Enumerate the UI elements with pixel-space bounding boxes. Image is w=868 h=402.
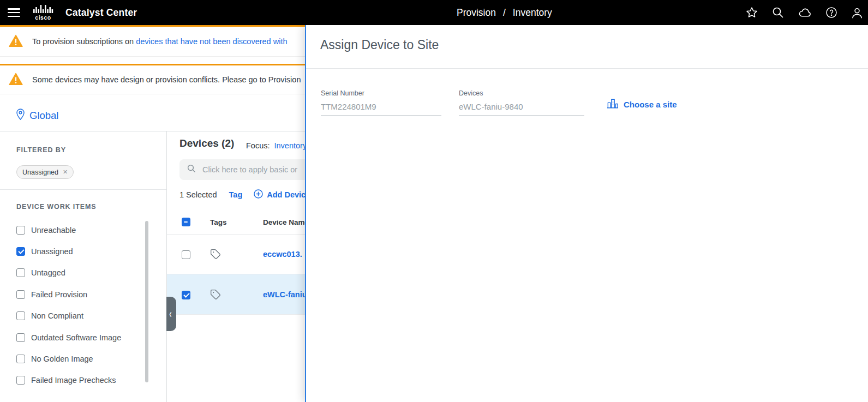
serial-number-value: TTM224801M9 — [321, 102, 441, 116]
filter-chip-label: Unassigned — [22, 169, 58, 176]
help-icon[interactable] — [825, 6, 838, 19]
collapse-panel-handle[interactable]: ‹ — [166, 297, 176, 331]
tag-action-button[interactable]: Tag — [229, 190, 243, 199]
work-item-failed-image-prechecks: Failed Image Prechecks — [16, 370, 143, 391]
filter-list-scrollbar[interactable] — [145, 221, 148, 382]
work-item-label: Non Compliant — [31, 311, 83, 320]
focus-label: Focus: — [246, 141, 270, 150]
global-label: Global — [29, 110, 58, 122]
checkbox-failed-image-prechecks[interactable] — [16, 376, 25, 385]
chevron-left-icon: ‹ — [169, 307, 171, 321]
select-all-checkbox[interactable] — [182, 218, 190, 226]
banner-devices-link[interactable]: devices that have not been discovered wi… — [136, 37, 287, 46]
cloud-icon[interactable] — [798, 6, 811, 19]
checkbox-unreachable[interactable] — [16, 226, 25, 235]
assign-device-to-site-panel: Assign Device to Site Serial Number TTM2… — [305, 25, 868, 402]
row-checkbox[interactable] — [182, 291, 190, 299]
breadcrumb-inventory[interactable]: Inventory — [513, 7, 552, 19]
chip-close-icon[interactable]: ✕ — [63, 169, 68, 175]
panel-divider — [306, 68, 868, 69]
work-item-label: Unreachable — [31, 226, 76, 235]
filter-chip-unassigned[interactable]: Unassigned ✕ — [16, 165, 74, 179]
devices-value: eWLC-faniu-9840 — [459, 102, 584, 116]
work-item-label: Failed Provision — [31, 290, 87, 299]
checkbox-unassigned[interactable] — [16, 247, 25, 256]
add-device-label: Add Device — [267, 190, 310, 199]
add-device-button[interactable]: Add Device — [254, 189, 310, 200]
work-item-unassigned: Unassigned — [16, 241, 143, 262]
plus-circle-icon — [254, 189, 263, 200]
buildings-icon — [607, 98, 619, 111]
checkbox-no-golden-image[interactable] — [16, 355, 25, 363]
breadcrumb: Provision / Inventory — [457, 0, 552, 25]
work-item-label: Unassigned — [31, 247, 73, 256]
hamburger-menu-icon[interactable] — [8, 8, 20, 17]
column-header-tags: Tags — [210, 218, 227, 226]
checkbox-outdated-software[interactable] — [16, 333, 25, 342]
work-item-outdated-software: Outdated Software Image — [16, 327, 143, 348]
choose-a-site-label: Choose a site — [624, 100, 677, 109]
search-icon — [187, 164, 196, 176]
checkbox-untagged[interactable] — [16, 268, 25, 277]
app-title: Catalyst Center — [65, 0, 137, 25]
tag-icon — [210, 289, 221, 302]
breadcrumb-separator: / — [503, 7, 506, 19]
checkbox-failed-provision[interactable] — [16, 290, 25, 299]
work-item-untagged: Untagged — [16, 262, 143, 284]
search-icon[interactable] — [771, 6, 785, 19]
tag-icon — [210, 249, 221, 262]
top-bar: cisco Catalyst Center Provision / Invent… — [0, 0, 868, 25]
star-icon[interactable] — [745, 6, 758, 19]
svg-text:cisco: cisco — [35, 14, 51, 21]
work-item-label: Untagged — [31, 268, 65, 277]
checkbox-non-compliant[interactable] — [16, 311, 25, 320]
work-item-non-compliant: Non Compliant — [16, 305, 143, 327]
selected-count: 1 Selected — [179, 190, 217, 199]
global-site-selector[interactable]: Global — [16, 107, 58, 124]
work-item-unreachable: Unreachable — [16, 219, 143, 241]
focus-selector: Focus: Inventory — [246, 141, 307, 150]
devices-count-title: Devices (2) — [179, 137, 234, 149]
banner-message-prefix: To provision subscriptions on — [32, 37, 136, 46]
row-checkbox[interactable] — [182, 250, 190, 259]
filtered-by-heading: FILTERED BY — [16, 146, 66, 154]
choose-a-site-button[interactable]: Choose a site — [607, 98, 677, 111]
filter-section-divider — [0, 189, 166, 190]
work-item-no-golden-image: No Golden Image — [16, 348, 143, 369]
devices-field: Devices eWLC-faniu-9840 — [459, 89, 584, 116]
work-item-label: Failed Image Prechecks — [31, 376, 116, 385]
cisco-logo-icon: cisco — [31, 4, 55, 23]
device-work-items-heading: DEVICE WORK ITEMS — [16, 203, 97, 211]
work-item-failed-provision: Failed Provision — [16, 284, 143, 305]
serial-number-label: Serial Number — [321, 89, 441, 97]
serial-number-field: Serial Number TTM224801M9 — [321, 89, 441, 116]
focus-value-link[interactable]: Inventory — [274, 141, 307, 150]
user-profile-icon[interactable] — [850, 6, 863, 19]
catalyst-center-app: cisco Catalyst Center Provision / Invent… — [0, 0, 868, 402]
banner-message: To provision subscriptions on devices th… — [32, 37, 288, 46]
device-list-toolbar: 1 Selected Tag Add Device — [179, 189, 310, 200]
location-pin-icon — [16, 109, 25, 123]
devices-label: Devices — [459, 89, 584, 97]
work-items-list: Unreachable Unassigned Untagged Failed P… — [16, 219, 143, 391]
panel-title: Assign Device to Site — [320, 38, 439, 52]
banner-message: Some devices may have design or provisio… — [32, 75, 301, 84]
warning-triangle-icon — [9, 34, 23, 49]
device-name-link[interactable]: eccwc013. — [263, 250, 302, 259]
breadcrumb-provision[interactable]: Provision — [457, 7, 496, 19]
work-item-label: No Golden Image — [31, 355, 93, 363]
column-header-device-name: Device Name — [263, 218, 309, 226]
work-item-label: Outdated Software Image — [31, 333, 121, 342]
warning-triangle-icon — [9, 73, 23, 87]
